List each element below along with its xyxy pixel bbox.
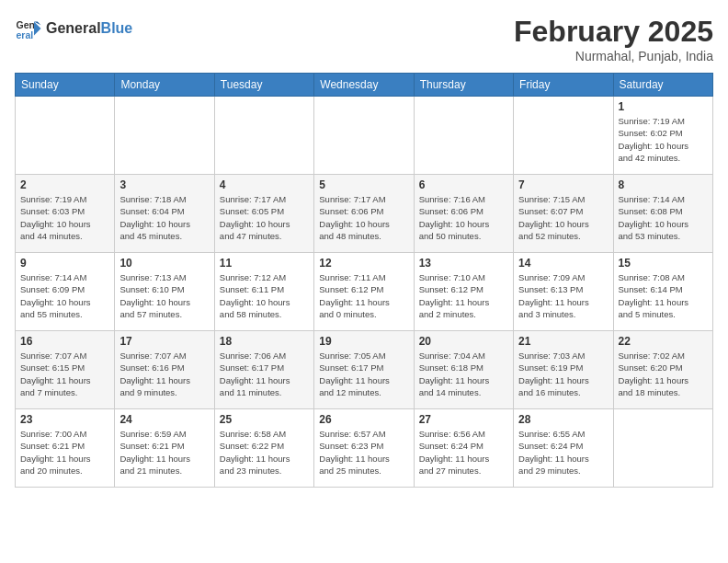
- day-info: Sunrise: 7:08 AMSunset: 6:14 PMDaylight:…: [619, 271, 708, 320]
- calendar-table: SundayMondayTuesdayWednesdayThursdayFrid…: [15, 73, 713, 488]
- weekday-header-friday: Friday: [514, 74, 613, 97]
- day-info: Sunrise: 7:17 AMSunset: 6:06 PMDaylight:…: [319, 193, 408, 242]
- day-info: Sunrise: 7:05 AMSunset: 6:17 PMDaylight:…: [319, 350, 408, 398]
- day-number: 12: [319, 257, 408, 270]
- day-info: Sunrise: 7:12 AMSunset: 6:11 PMDaylight:…: [220, 271, 309, 320]
- calendar-cell: 13Sunrise: 7:10 AMSunset: 6:12 PMDayligh…: [414, 253, 513, 331]
- day-number: 10: [119, 257, 209, 270]
- calendar-cell: 11Sunrise: 7:12 AMSunset: 6:11 PMDayligh…: [214, 253, 313, 331]
- calendar-cell: [514, 97, 613, 175]
- calendar-cell: 24Sunrise: 6:59 AMSunset: 6:21 PMDayligh…: [115, 409, 214, 488]
- day-info: Sunrise: 6:58 AMSunset: 6:22 PMDaylight:…: [220, 428, 309, 477]
- day-info: Sunrise: 7:14 AMSunset: 6:09 PMDaylight:…: [20, 271, 109, 320]
- day-info: Sunrise: 7:06 AMSunset: 6:17 PMDaylight:…: [220, 350, 309, 398]
- logo-general: General: [46, 20, 101, 36]
- day-number: 14: [518, 257, 608, 270]
- logo-blue: Blue: [101, 20, 133, 36]
- calendar-cell: 15Sunrise: 7:08 AMSunset: 6:14 PMDayligh…: [613, 253, 712, 331]
- day-number: 22: [619, 335, 708, 348]
- weekday-header-thursday: Thursday: [414, 74, 513, 97]
- day-number: 1: [619, 100, 708, 113]
- day-info: Sunrise: 7:17 AMSunset: 6:05 PMDaylight:…: [220, 193, 309, 242]
- day-info: Sunrise: 7:19 AMSunset: 6:03 PMDaylight:…: [20, 193, 109, 242]
- page-header: Gen eral GeneralBlue February 2025 Nurma…: [15, 15, 713, 63]
- day-info: Sunrise: 7:16 AMSunset: 6:06 PMDaylight:…: [419, 193, 508, 242]
- day-number: 2: [20, 178, 109, 191]
- calendar-cell: 19Sunrise: 7:05 AMSunset: 6:17 PMDayligh…: [314, 331, 414, 409]
- day-info: Sunrise: 7:07 AMSunset: 6:15 PMDaylight:…: [20, 350, 109, 398]
- day-number: 18: [220, 335, 309, 348]
- calendar-cell: 5Sunrise: 7:17 AMSunset: 6:06 PMDaylight…: [314, 175, 414, 253]
- day-number: 8: [619, 178, 708, 191]
- month-title: February 2025: [514, 15, 713, 49]
- day-info: Sunrise: 7:04 AMSunset: 6:18 PMDaylight:…: [419, 350, 508, 398]
- day-number: 19: [319, 335, 408, 348]
- day-number: 15: [619, 257, 708, 270]
- day-number: 9: [20, 257, 109, 270]
- calendar-cell: 7Sunrise: 7:15 AMSunset: 6:07 PMDaylight…: [514, 175, 613, 253]
- title-block: February 2025 Nurmahal, Punjab, India: [514, 15, 713, 63]
- calendar-cell: 27Sunrise: 6:56 AMSunset: 6:24 PMDayligh…: [414, 409, 513, 488]
- week-row-5: 23Sunrise: 7:00 AMSunset: 6:21 PMDayligh…: [16, 409, 713, 488]
- svg-text:eral: eral: [17, 29, 34, 40]
- day-number: 13: [419, 257, 508, 270]
- calendar-cell: 9Sunrise: 7:14 AMSunset: 6:09 PMDaylight…: [16, 253, 115, 331]
- logo: Gen eral GeneralBlue: [15, 15, 132, 42]
- calendar-cell: 3Sunrise: 7:18 AMSunset: 6:04 PMDaylight…: [115, 175, 214, 253]
- calendar-cell: [414, 97, 513, 175]
- calendar-cell: 22Sunrise: 7:02 AMSunset: 6:20 PMDayligh…: [613, 331, 712, 409]
- weekday-header-row: SundayMondayTuesdayWednesdayThursdayFrid…: [16, 74, 713, 97]
- calendar-cell: [16, 97, 115, 175]
- calendar-cell: 6Sunrise: 7:16 AMSunset: 6:06 PMDaylight…: [414, 175, 513, 253]
- day-number: 11: [220, 257, 309, 270]
- logo-icon: Gen eral: [15, 15, 42, 42]
- calendar-cell: 4Sunrise: 7:17 AMSunset: 6:05 PMDaylight…: [214, 175, 313, 253]
- calendar-cell: 20Sunrise: 7:04 AMSunset: 6:18 PMDayligh…: [414, 331, 513, 409]
- location: Nurmahal, Punjab, India: [514, 49, 713, 63]
- calendar-cell: 23Sunrise: 7:00 AMSunset: 6:21 PMDayligh…: [16, 409, 115, 488]
- day-number: 27: [419, 413, 508, 426]
- calendar-cell: [214, 97, 313, 175]
- day-info: Sunrise: 7:19 AMSunset: 6:02 PMDaylight:…: [619, 115, 708, 164]
- calendar-cell: [115, 97, 214, 175]
- calendar-cell: 2Sunrise: 7:19 AMSunset: 6:03 PMDaylight…: [16, 175, 115, 253]
- weekday-header-wednesday: Wednesday: [314, 74, 414, 97]
- calendar-cell: [314, 97, 414, 175]
- weekday-header-sunday: Sunday: [16, 74, 115, 97]
- week-row-4: 16Sunrise: 7:07 AMSunset: 6:15 PMDayligh…: [16, 331, 713, 409]
- calendar-cell: 25Sunrise: 6:58 AMSunset: 6:22 PMDayligh…: [214, 409, 313, 488]
- day-info: Sunrise: 7:13 AMSunset: 6:10 PMDaylight:…: [119, 271, 209, 320]
- calendar-cell: 21Sunrise: 7:03 AMSunset: 6:19 PMDayligh…: [514, 331, 613, 409]
- calendar-cell: 28Sunrise: 6:55 AMSunset: 6:24 PMDayligh…: [514, 409, 613, 488]
- calendar-cell: 26Sunrise: 6:57 AMSunset: 6:23 PMDayligh…: [314, 409, 414, 488]
- day-info: Sunrise: 7:07 AMSunset: 6:16 PMDaylight:…: [119, 350, 209, 398]
- weekday-header-tuesday: Tuesday: [214, 74, 313, 97]
- calendar-cell: 10Sunrise: 7:13 AMSunset: 6:10 PMDayligh…: [115, 253, 214, 331]
- week-row-3: 9Sunrise: 7:14 AMSunset: 6:09 PMDaylight…: [16, 253, 713, 331]
- day-number: 5: [319, 178, 408, 191]
- day-info: Sunrise: 7:15 AMSunset: 6:07 PMDaylight:…: [518, 193, 608, 242]
- svg-marker-2: [34, 22, 41, 36]
- day-number: 26: [319, 413, 408, 426]
- day-info: Sunrise: 6:57 AMSunset: 6:23 PMDaylight:…: [319, 428, 408, 477]
- calendar-cell: 17Sunrise: 7:07 AMSunset: 6:16 PMDayligh…: [115, 331, 214, 409]
- day-number: 25: [220, 413, 309, 426]
- day-number: 21: [518, 335, 608, 348]
- day-info: Sunrise: 7:11 AMSunset: 6:12 PMDaylight:…: [319, 271, 408, 320]
- calendar-cell: [613, 409, 712, 488]
- day-number: 4: [220, 178, 309, 191]
- day-info: Sunrise: 7:02 AMSunset: 6:20 PMDaylight:…: [619, 350, 708, 398]
- calendar-cell: 16Sunrise: 7:07 AMSunset: 6:15 PMDayligh…: [16, 331, 115, 409]
- day-number: 20: [419, 335, 508, 348]
- day-info: Sunrise: 6:55 AMSunset: 6:24 PMDaylight:…: [518, 428, 608, 477]
- day-info: Sunrise: 7:10 AMSunset: 6:12 PMDaylight:…: [419, 271, 508, 320]
- weekday-header-saturday: Saturday: [613, 74, 712, 97]
- day-info: Sunrise: 6:56 AMSunset: 6:24 PMDaylight:…: [419, 428, 508, 477]
- day-number: 17: [119, 335, 209, 348]
- day-number: 3: [119, 178, 209, 191]
- weekday-header-monday: Monday: [115, 74, 214, 97]
- calendar-cell: 14Sunrise: 7:09 AMSunset: 6:13 PMDayligh…: [514, 253, 613, 331]
- calendar-cell: 12Sunrise: 7:11 AMSunset: 6:12 PMDayligh…: [314, 253, 414, 331]
- calendar-cell: 18Sunrise: 7:06 AMSunset: 6:17 PMDayligh…: [214, 331, 313, 409]
- day-info: Sunrise: 7:09 AMSunset: 6:13 PMDaylight:…: [518, 271, 608, 320]
